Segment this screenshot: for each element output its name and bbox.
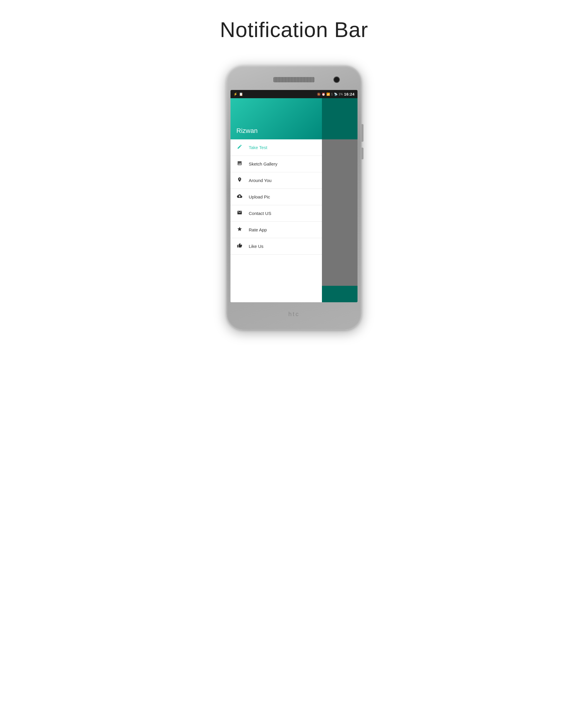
phone-mockup: ⚡ 📋 🔕 ⏰ 📶 1 📡 1% 16:24 Rizwan — [226, 65, 362, 330]
status-left-icons: ⚡ 📋 — [233, 92, 243, 96]
location-icon — [236, 177, 243, 184]
speaker-grille — [273, 77, 315, 82]
like-us-label: Like Us — [249, 244, 263, 249]
thumbsup-icon — [236, 243, 243, 249]
htc-branding: htc — [288, 311, 300, 318]
usb-icon: ⚡ — [233, 92, 238, 96]
menu-item-take-test[interactable]: Take Test — [231, 139, 322, 156]
overlay-mid — [322, 139, 357, 286]
clipboard-icon: 📋 — [239, 92, 243, 96]
overlay-side — [322, 98, 357, 302]
overlay-top — [322, 98, 357, 139]
battery-text: 1% — [339, 93, 343, 96]
drawer-header: Rizwan — [231, 98, 322, 139]
status-time: 16:24 — [344, 92, 355, 96]
upload-pic-label: Upload Pic — [249, 194, 270, 199]
pencil-icon — [236, 144, 243, 151]
around-you-label: Around You — [249, 178, 272, 183]
page-title: Notification Bar — [220, 18, 368, 42]
drawer-menu: Take Test Sketch Gallery — [231, 139, 322, 302]
star-icon — [236, 227, 243, 233]
menu-item-like-us[interactable]: Like Us — [231, 238, 322, 255]
menu-item-rate-app[interactable]: Rate App — [231, 222, 322, 238]
app-content: Rizwan Take Test — [231, 98, 357, 302]
alarm-icon: ⏰ — [322, 93, 325, 96]
power-button — [362, 148, 363, 159]
screen: ⚡ 📋 🔕 ⏰ 📶 1 📡 1% 16:24 Rizwan — [231, 90, 357, 302]
status-bar: ⚡ 📋 🔕 ⏰ 📶 1 📡 1% 16:24 — [231, 90, 357, 98]
menu-item-upload-pic[interactable]: Upload Pic — [231, 189, 322, 205]
rate-app-label: Rate App — [249, 227, 267, 232]
front-camera — [333, 77, 340, 83]
menu-item-around-you[interactable]: Around You — [231, 172, 322, 189]
menu-item-contact-us[interactable]: Contact US — [231, 205, 322, 222]
sim-icon: 1 — [331, 93, 333, 96]
take-test-label: Take Test — [249, 145, 267, 150]
overlay-fab — [322, 286, 357, 302]
bottom-bezel: htc — [231, 302, 357, 326]
wifi-icon: 📶 — [326, 93, 330, 96]
top-bezel — [231, 69, 357, 90]
silent-icon: 🔕 — [317, 93, 320, 96]
image-icon — [236, 160, 243, 167]
cloud-upload-icon — [236, 194, 243, 200]
volume-button — [362, 124, 363, 142]
status-right-area: 🔕 ⏰ 📶 1 📡 1% 16:24 — [317, 92, 355, 96]
contact-us-label: Contact US — [249, 211, 271, 216]
mail-icon — [236, 210, 243, 217]
sketch-gallery-label: Sketch Gallery — [249, 161, 277, 167]
signal-icon: 📡 — [334, 93, 337, 96]
drawer-username: Rizwan — [236, 127, 258, 135]
navigation-drawer: Rizwan Take Test — [231, 98, 322, 302]
menu-item-sketch-gallery[interactable]: Sketch Gallery — [231, 156, 322, 172]
